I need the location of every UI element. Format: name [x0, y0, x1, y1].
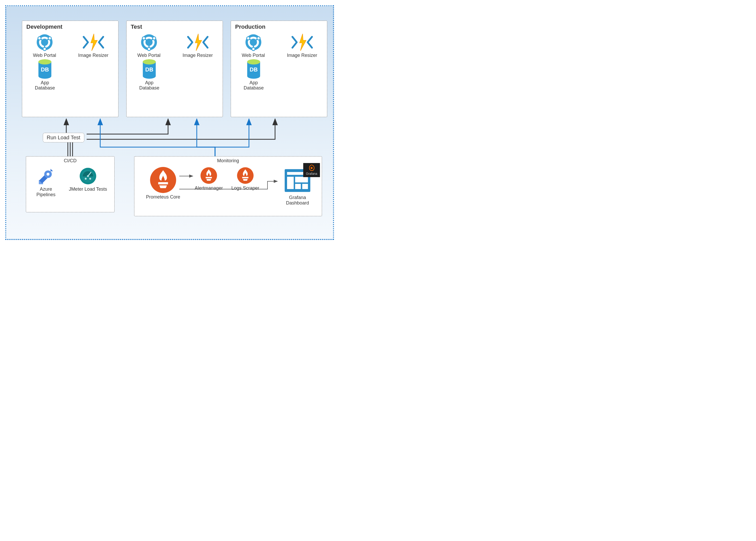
svg-point-60 [311, 167, 313, 169]
logs-scraper-label: Logs Scraper [227, 186, 264, 191]
database-icon: DB [130, 59, 169, 80]
svg-rect-49 [158, 182, 168, 184]
grafana-dashboard-label: Grafana Dashboard [277, 195, 319, 206]
image-resizer-icon [72, 32, 115, 53]
web-portal-icon [130, 32, 168, 53]
jmeter-label: JMeter Load Tests [64, 187, 111, 192]
svg-point-37 [247, 59, 260, 64]
svg-marker-22 [195, 34, 202, 51]
architecture-diagram: Development Web Portal Image Resizer DB [5, 5, 334, 240]
image-resizer-label: Image Resizer [280, 53, 324, 58]
svg-point-24 [143, 59, 156, 64]
web-portal-label: Web Portal [25, 53, 64, 58]
run-load-test-box: Run Load Test [43, 133, 84, 143]
database-label: App Database [25, 80, 64, 91]
jmeter-icon [64, 166, 111, 187]
database-label: App Database [130, 80, 169, 91]
web-portal-label: Web Portal [234, 53, 273, 58]
monitoring-title: Monitoring [134, 158, 322, 164]
monitoring-box: Monitoring Prometeus Core Alertmanager [134, 156, 322, 216]
env-test: Test Web Portal Image Resizer DB App Dat [126, 21, 223, 117]
azure-pipelines-label: Azure Pipelines [29, 187, 63, 197]
svg-rect-57 [295, 177, 308, 183]
run-load-test-label: Run Load Test [47, 135, 80, 140]
image-resizer-icon [176, 32, 220, 53]
grafana-logo-badge: Grafana [303, 163, 320, 177]
image-resizer-label: Image Resizer [176, 53, 220, 58]
database-icon: DB [25, 59, 64, 80]
env-title: Test [131, 23, 219, 30]
alertmanager-label: Alertmanager [191, 186, 227, 191]
env-production: Production Web Portal Image Resizer DB A [231, 21, 327, 117]
grafana-tag-label: Grafana [306, 172, 317, 176]
svg-marker-9 [91, 34, 97, 51]
web-portal-icon [234, 32, 273, 53]
svg-point-5 [43, 48, 46, 51]
cicd-box: CI/CD Azure Pipelines JMeter Load Tests [26, 156, 115, 212]
svg-rect-58 [295, 184, 301, 189]
database-icon: DB [234, 59, 273, 80]
svg-point-11 [38, 59, 51, 64]
svg-rect-53 [242, 177, 249, 178]
web-portal-label: Web Portal [130, 53, 168, 58]
azure-pipelines-icon [29, 166, 63, 187]
svg-rect-56 [287, 177, 294, 189]
svg-text:DB: DB [41, 66, 49, 73]
alertmanager-icon [191, 166, 227, 186]
env-development: Development Web Portal Image Resizer DB [22, 21, 119, 117]
prometheus-label: Prometeus Core [142, 194, 184, 200]
image-resizer-label: Image Resizer [72, 53, 115, 58]
svg-marker-35 [300, 34, 306, 51]
prometheus-icon [142, 166, 184, 194]
svg-text:DB: DB [145, 66, 154, 73]
database-label: App Database [234, 80, 273, 91]
svg-point-47 [87, 175, 89, 177]
cicd-title: CI/CD [26, 158, 114, 164]
svg-point-45 [89, 178, 91, 180]
logs-scraper-icon [227, 166, 264, 186]
svg-point-18 [148, 48, 151, 51]
image-resizer-icon [280, 32, 324, 53]
svg-rect-51 [206, 177, 212, 178]
svg-rect-59 [302, 184, 308, 189]
env-title: Production [235, 23, 323, 30]
web-portal-icon [25, 32, 64, 53]
svg-point-44 [85, 178, 87, 180]
svg-point-41 [46, 173, 49, 176]
svg-point-31 [252, 48, 255, 51]
env-title: Development [26, 23, 114, 30]
svg-text:DB: DB [250, 66, 258, 73]
